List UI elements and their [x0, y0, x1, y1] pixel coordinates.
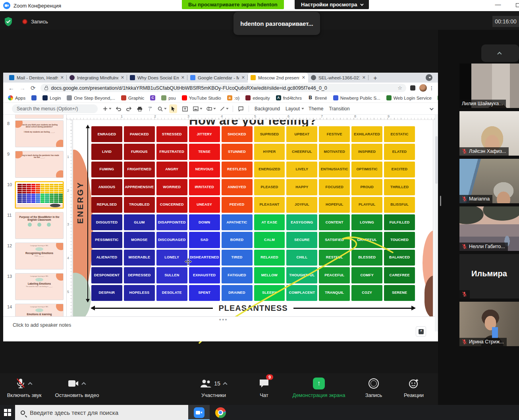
participant-tile[interactable]: Нелли Габито...: [459, 206, 519, 251]
bookmark-star-icon[interactable]: ☆: [397, 85, 402, 91]
bookmark-item[interactable]: Apps: [8, 95, 25, 100]
mood-meter-grid: ENRAGEDPANICKEDSTRESSEDJITTERYSHOCKEDSUP…: [91, 126, 415, 301]
browser-tab[interactable]: SEL-wheel-1366-0219.png✕: [308, 73, 369, 83]
reload-button[interactable]: ⟳: [31, 85, 36, 92]
audio-options-chevron[interactable]: [28, 382, 32, 386]
bookmark-item[interactable]: psu: [161, 95, 176, 100]
slide-thumbnail-partial[interactable]: [15, 115, 64, 119]
zoom-tool-button[interactable]: [158, 106, 166, 112]
new-tab-button[interactable]: +: [371, 74, 380, 83]
global-media-button[interactable]: [426, 74, 432, 81]
bookmark-item[interactable]: edequity: [245, 95, 270, 100]
window-maximize-button[interactable]: [516, 3, 519, 7]
recording-indicator[interactable]: Запись: [22, 19, 48, 25]
bookmark-item[interactable]: C: [150, 95, 155, 100]
select-tool-button[interactable]: [169, 104, 177, 113]
redo-button[interactable]: [126, 106, 132, 111]
browser-tab[interactable]: Google Calendar - March 2✕: [187, 73, 248, 83]
extension-pin-icon[interactable]: [410, 85, 415, 91]
print-button[interactable]: [137, 106, 143, 112]
tab-close-icon[interactable]: ✕: [362, 75, 366, 80]
bookmark-label: One Step Beyond,...: [74, 96, 115, 100]
slide-thumbnail-11[interactable]: Purpose of the MoodMeter in the English …: [15, 212, 64, 239]
insert-shape-button[interactable]: [206, 106, 215, 111]
bookmark-item[interactable]: BBrené: [308, 95, 327, 100]
forward-button[interactable]: →: [19, 85, 25, 91]
insert-line-button[interactable]: [220, 106, 228, 111]
record-button[interactable]: Запись: [359, 377, 388, 398]
profile-avatar[interactable]: [419, 84, 427, 92]
stop-video-button[interactable]: Остановить видео: [51, 377, 103, 398]
browser-menu-button[interactable]: ⋮: [429, 85, 434, 91]
bookmark-label: :o): [234, 96, 239, 100]
taskbar-chrome-app[interactable]: [210, 405, 231, 420]
undo-button[interactable]: [116, 106, 121, 111]
slide-thumbnail-9[interactable]: Trying to teach during the pandemic has …: [15, 151, 64, 178]
slide-thumbnail-10[interactable]: [15, 181, 64, 208]
browser-tab[interactable]: Why Does Social Emotiona✕: [127, 73, 187, 83]
bookmark-item[interactable]: [31, 95, 37, 100]
slide-thumbnail-13[interactable]: Language learning in SELLabeling Emotion…: [15, 273, 64, 300]
text-box-button[interactable]: [182, 106, 188, 112]
share-screen-button[interactable]: ↑ Демонстрация экрана: [285, 377, 353, 398]
participant-tile[interactable]: Ильмира: [459, 254, 519, 299]
slide-thumbnail-12[interactable]: Language learning in SELRecognizing Emot…: [15, 243, 64, 270]
tab-close-icon[interactable]: ✕: [181, 75, 185, 80]
slide-thumbnail-8[interactable]: How do you think your students are feeli…: [15, 120, 64, 147]
insert-image-button[interactable]: [193, 106, 201, 111]
reactions-button[interactable]: Реакции: [397, 377, 430, 398]
start-button[interactable]: [0, 405, 15, 420]
browser-tab[interactable]: Moscow 2nd presentation✕: [248, 73, 308, 83]
security-shield-icon[interactable]: [4, 17, 13, 27]
slide-canvas[interactable]: How are you feeling? ENERGY ENRAGEDPANIC…: [72, 120, 438, 316]
participants-count: 15: [214, 380, 220, 387]
participant-tile[interactable]: Marianna: [459, 159, 519, 203]
participants-options-chevron[interactable]: [223, 382, 227, 386]
search-menus-input[interactable]: Search the menus (Option+/): [12, 104, 98, 113]
taskbar-zoom-app[interactable]: [188, 405, 210, 420]
tab-close-icon[interactable]: ✕: [121, 75, 124, 80]
explore-button[interactable]: [416, 326, 426, 337]
comment-button[interactable]: [238, 106, 243, 112]
canvas-scrollbar-thumb[interactable]: [435, 136, 438, 184]
video-options-chevron[interactable]: [81, 382, 86, 386]
collapse-videos-button[interactable]: [481, 44, 519, 62]
browser-tab[interactable]: Integrating Mindfulness an✕: [67, 73, 127, 83]
notes-resize-handle[interactable]: ●●●: [219, 318, 228, 322]
emotion-cell: RELAXED: [254, 250, 285, 266]
browser-tab[interactable]: Mail - Denton, Heather - O✕: [6, 73, 67, 83]
layout-button[interactable]: Layout: [286, 106, 303, 112]
participant-tile[interactable]: Ирина Стриж...: [459, 302, 519, 346]
window-minimize-button[interactable]: —: [495, 1, 501, 9]
taskbar-search-box[interactable]: Введите здесь текст для поиска: [15, 405, 188, 420]
bookmark-item[interactable]: Afnd4tchrs: [276, 95, 302, 100]
theme-button[interactable]: Theme: [309, 106, 323, 112]
transition-button[interactable]: Transition: [329, 106, 349, 112]
unmute-button[interactable]: Включить звук: [2, 377, 46, 398]
bookmark-item[interactable]: Login: [42, 95, 61, 100]
new-slide-button[interactable]: [103, 106, 110, 111]
participants-button[interactable]: 15 Участники: [190, 377, 237, 398]
tab-close-icon[interactable]: ✕: [241, 75, 245, 80]
chat-button[interactable]: 9 Чат: [250, 377, 278, 398]
background-button[interactable]: Background: [255, 106, 280, 112]
bookmark-label: Web Login Service: [394, 96, 432, 100]
tab-close-icon[interactable]: ✕: [60, 75, 64, 80]
bookmark-item[interactable]: Newberg Public S...: [333, 95, 380, 100]
toolbar-collapse-icon[interactable]: [430, 106, 434, 110]
bookmark-item[interactable]: YouTube Studio: [182, 95, 221, 100]
current-slide[interactable]: How are you feeling? ENERGY ENRAGEDPANIC…: [73, 120, 433, 316]
bookmark-item[interactable]: Graphic: [121, 95, 144, 100]
back-button[interactable]: ←: [8, 85, 14, 91]
participant-tile[interactable]: Лилия Шаймуха...: [459, 64, 519, 108]
participant-tile[interactable]: Лэйсэн Хафиз...: [459, 111, 519, 156]
bookmark-item[interactable]: Web Login Service: [386, 95, 432, 100]
bookmark-item[interactable]: One Step Beyond,...: [67, 95, 115, 100]
tab-close-icon[interactable]: ✕: [302, 75, 305, 80]
paint-format-button[interactable]: [148, 106, 152, 112]
address-bar[interactable]: docs.google.com/presentation/d/1hkkaYRMB…: [41, 84, 406, 92]
speaker-notes-pane[interactable]: ●●● Click to add speaker notes: [3, 316, 435, 341]
view-settings-button[interactable]: Настройки просмотра: [295, 0, 369, 9]
bookmark-item[interactable]: a:o): [227, 95, 239, 100]
panel-resize-handle[interactable]: [440, 196, 441, 206]
